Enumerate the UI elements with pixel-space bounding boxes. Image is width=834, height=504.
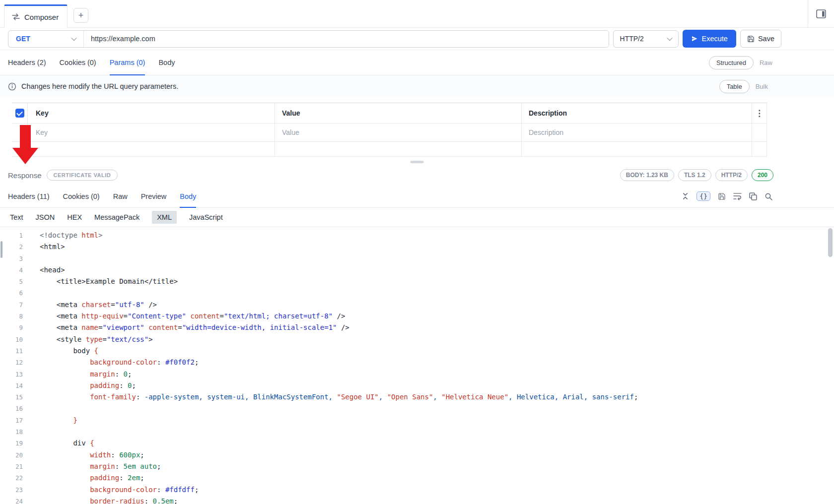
http-version-badge: HTTP/2 — [715, 169, 748, 181]
info-icon — [8, 82, 16, 91]
line-number: 19 — [0, 438, 28, 449]
topbar-right — [808, 0, 834, 28]
line-number: 14 — [0, 380, 28, 391]
format-tab-json[interactable]: JSON — [36, 213, 55, 221]
tab-response-preview[interactable]: Preview — [141, 185, 167, 207]
tls-badge: TLS 1.2 — [678, 169, 711, 181]
format-tab-messagepack[interactable]: MessagePack — [94, 213, 139, 221]
response-toolbar: {} — [682, 185, 772, 207]
param-key-input[interactable] — [36, 128, 263, 136]
code-line: border-radius: 0.5em; — [40, 496, 834, 504]
url-input[interactable] — [84, 31, 609, 47]
line-number: 1 — [0, 230, 28, 241]
format-tab-xml[interactable]: XML — [152, 211, 177, 224]
line-number: 16 — [0, 403, 28, 414]
method-label: GET — [16, 35, 30, 43]
code-line: width: 600px; — [40, 449, 834, 461]
code-line: <style type="text/css"> — [40, 334, 834, 345]
http-version-select[interactable]: HTTP/2 — [613, 30, 679, 48]
line-number: 22 — [0, 472, 28, 484]
tab-composer-label: Composer — [24, 13, 59, 21]
code-line: padding: 2em; — [40, 472, 834, 484]
format-tab-javascript[interactable]: JavaScript — [189, 213, 223, 221]
status-badge: 200 — [752, 169, 773, 181]
line-number: 13 — [0, 369, 28, 380]
window-tab-bar: Composer + — [0, 0, 834, 28]
code-line: body { — [40, 345, 834, 357]
code-line: div { — [40, 438, 834, 449]
code-line — [40, 287, 834, 299]
line-number: 6 — [0, 287, 28, 299]
tab-response-body[interactable]: Body — [180, 185, 196, 207]
response-tabs: Headers (11) Cookies (0) Raw Preview Bod… — [0, 185, 834, 208]
code-line: <html> — [40, 241, 834, 252]
line-number: 15 — [0, 391, 28, 403]
response-badges: BODY: 1.23 KB TLS 1.2 HTTP/2 200 — [620, 169, 773, 181]
line-number: 18 — [0, 426, 28, 438]
params-table: Key Value Description ⋮ — [12, 103, 767, 157]
params-info-text: Changes here modify the URL query parame… — [21, 82, 178, 90]
line-number: 5 — [0, 276, 28, 287]
save-button[interactable]: Save — [740, 30, 781, 48]
tab-response-headers[interactable]: Headers (11) — [8, 185, 50, 207]
line-number: 4 — [0, 264, 28, 276]
response-body-editor[interactable]: 123456789101112131415161718192021222324 … — [0, 227, 834, 504]
execute-button[interactable]: Execute — [683, 30, 736, 48]
code-line: <!doctype html> — [40, 230, 834, 241]
tab-params[interactable]: Params (0) — [110, 50, 145, 75]
format-tab-hex[interactable]: HEX — [67, 213, 82, 221]
select-all-checkbox[interactable] — [15, 109, 24, 118]
bulk-view-toggle[interactable]: Bulk — [756, 83, 768, 90]
format-braces-icon[interactable]: {} — [696, 191, 710, 201]
line-number: 23 — [0, 484, 28, 496]
code-line: <meta name="viewport" content="width=dev… — [40, 322, 834, 333]
structured-toggle[interactable]: Structured — [709, 56, 754, 69]
line-number: 11 — [0, 345, 28, 357]
code-line: <head> — [40, 264, 834, 276]
save-label: Save — [758, 35, 774, 43]
search-icon[interactable] — [764, 192, 772, 200]
http-version-label: HTTP/2 — [620, 35, 644, 43]
raw-toggle[interactable]: Raw — [760, 59, 772, 66]
save-response-icon[interactable] — [718, 192, 726, 200]
column-header-description: Description — [522, 103, 752, 123]
body-size-badge: BODY: 1.23 KB — [620, 169, 674, 181]
tab-response-raw[interactable]: Raw — [113, 185, 128, 207]
param-description-input[interactable] — [529, 128, 741, 136]
line-number: 9 — [0, 322, 28, 333]
tab-composer[interactable]: Composer — [4, 4, 68, 28]
tab-response-cookies[interactable]: Cookies (0) — [63, 185, 100, 207]
code-line: } — [40, 415, 834, 426]
line-number: 2 — [0, 241, 28, 252]
certificate-badge: CERTIFICATE VALID — [47, 170, 118, 181]
tab-headers[interactable]: Headers (2) — [8, 50, 46, 75]
method-select[interactable]: GET — [8, 31, 84, 47]
word-wrap-icon[interactable] — [733, 192, 742, 200]
kebab-menu-icon[interactable]: ⋮ — [755, 109, 764, 118]
column-header-key: Key — [28, 103, 275, 123]
tab-body[interactable]: Body — [158, 50, 175, 75]
panel-toggle-icon[interactable] — [816, 9, 826, 18]
tab-cookies[interactable]: Cookies (0) — [60, 50, 96, 75]
line-number: 3 — [0, 253, 28, 264]
table-view-toggle[interactable]: Table — [719, 80, 750, 93]
copy-icon[interactable] — [749, 192, 757, 200]
param-value-input[interactable] — [282, 128, 509, 136]
chevron-down-icon — [71, 35, 76, 41]
column-header-value: Value — [275, 103, 522, 123]
code-line: margin: 0; — [40, 369, 834, 380]
code-line: padding: 0; — [40, 380, 834, 391]
collapse-icon[interactable] — [682, 192, 689, 200]
format-tab-text[interactable]: Text — [10, 213, 23, 221]
code-line: <title>Example Domain</title> — [40, 276, 834, 287]
editor-scrollbar[interactable] — [828, 228, 833, 257]
splitter-handle[interactable] — [411, 161, 424, 163]
request-bar: GET HTTP/2 Execute Save — [0, 28, 834, 50]
line-number: 10 — [0, 334, 28, 345]
url-group: GET — [8, 30, 609, 48]
code-line: <meta http-equiv="Content-type" content=… — [40, 311, 834, 322]
new-tab-button[interactable]: + — [73, 8, 88, 23]
params-empty-row — [12, 142, 767, 157]
left-scrollbar[interactable] — [0, 241, 2, 258]
code-line — [40, 403, 834, 414]
